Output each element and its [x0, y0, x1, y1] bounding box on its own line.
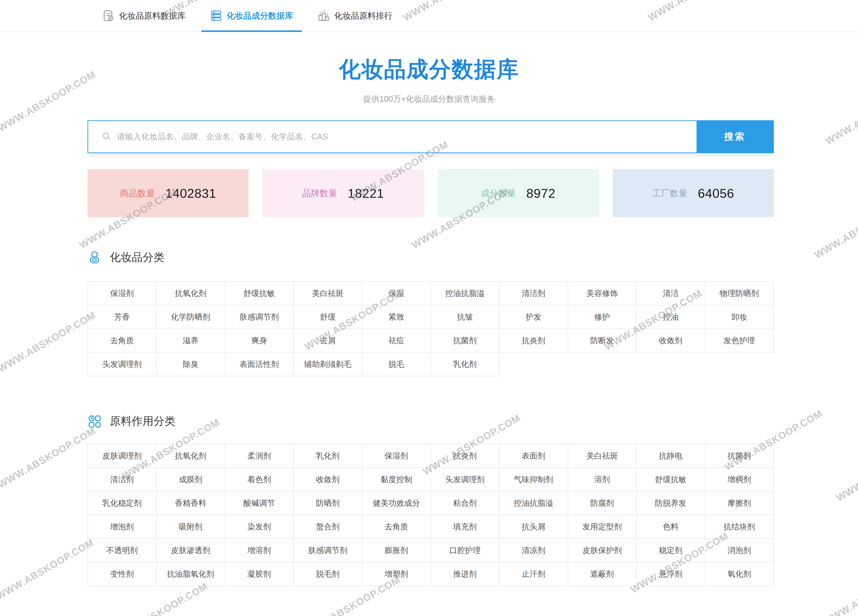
category-cell[interactable]: 控油 [637, 305, 705, 329]
category-cell[interactable]: 抗静电 [637, 444, 705, 468]
category-cell[interactable]: 抗油脂氧化剂 [157, 562, 225, 586]
category-cell[interactable]: 表面剂 [499, 444, 568, 468]
category-cell[interactable]: 遮蔽剂 [568, 562, 637, 586]
category-cell[interactable]: 保湿剂 [362, 444, 431, 468]
category-cell[interactable]: 防腐剂 [568, 492, 637, 515]
category-cell[interactable]: 止汗剂 [499, 562, 568, 586]
category-cell[interactable]: 保湿剂 [88, 282, 157, 305]
category-cell[interactable]: 抗皱 [431, 305, 500, 329]
category-cell[interactable]: 增稠剂 [705, 468, 774, 492]
category-cell[interactable]: 凝胶剂 [225, 562, 294, 586]
category-cell[interactable]: 防断发 [568, 329, 637, 353]
category-cell[interactable]: 美容修饰 [568, 282, 637, 305]
category-cell[interactable]: 乳化稳定剂 [88, 492, 157, 515]
category-cell[interactable]: 防晒剂 [294, 492, 362, 515]
category-cell[interactable]: 抗头屑 [499, 515, 568, 539]
category-cell[interactable]: 抗氧化剂 [157, 282, 225, 305]
category-cell[interactable]: 表面活性剂 [225, 353, 294, 376]
category-cell[interactable]: 乳化剂 [294, 444, 362, 468]
category-cell[interactable]: 芳香 [88, 305, 157, 329]
category-cell[interactable]: 去角质 [362, 515, 431, 539]
category-cell[interactable]: 溶剂 [568, 468, 637, 492]
tab-raw-material-database[interactable]: 化妆品原料数据库 [103, 0, 185, 31]
category-cell[interactable]: 皮肤保护剂 [568, 539, 637, 562]
category-cell[interactable]: 填充剂 [431, 515, 500, 539]
category-cell[interactable]: 收敛剂 [294, 468, 362, 492]
category-cell[interactable]: 消泡剂 [705, 539, 774, 562]
category-cell[interactable]: 清凉剂 [499, 539, 568, 562]
category-cell[interactable]: 辅助剃须剃毛 [294, 353, 362, 376]
category-cell[interactable]: 美白祛斑 [294, 282, 362, 305]
category-cell[interactable]: 增泡剂 [88, 515, 157, 539]
category-cell[interactable]: 防脱养发 [637, 492, 705, 515]
category-cell[interactable]: 紧致 [362, 305, 431, 329]
category-cell[interactable]: 健美功效成分 [362, 492, 431, 515]
category-cell[interactable]: 肤感调节剂 [294, 539, 362, 562]
category-cell[interactable]: 抗菌剂 [705, 444, 774, 468]
category-cell[interactable]: 成膜剂 [157, 468, 225, 492]
category-cell[interactable]: 酸碱调节 [225, 492, 294, 515]
category-cell[interactable]: 脱毛剂 [294, 562, 362, 586]
category-cell[interactable]: 悬浮剂 [637, 562, 705, 586]
category-cell[interactable]: 头发调理剂 [431, 468, 500, 492]
category-cell[interactable]: 粘合剂 [431, 492, 500, 515]
category-cell[interactable]: 美白祛斑 [568, 444, 637, 468]
category-cell[interactable]: 发色护理 [705, 329, 774, 353]
category-cell[interactable]: 抗炎剂 [499, 329, 568, 353]
category-cell[interactable]: 摩擦剂 [705, 492, 774, 515]
tab-raw-material-ranking[interactable]: 2 1 3 化妆品原料排行 [318, 0, 392, 31]
category-cell[interactable]: 收敛剂 [637, 329, 705, 353]
category-cell[interactable]: 膨胀剂 [362, 539, 431, 562]
category-cell[interactable]: 皮肤渗透剂 [157, 539, 225, 562]
category-cell[interactable]: 肤感调节剂 [225, 305, 294, 329]
category-cell[interactable]: 皮肤调理剂 [88, 444, 157, 468]
category-cell[interactable]: 修护 [568, 305, 637, 329]
category-cell[interactable]: 氧化剂 [705, 562, 774, 586]
category-cell[interactable]: 气味抑制剂 [499, 468, 568, 492]
category-cell[interactable]: 卸妆 [705, 305, 774, 329]
category-cell[interactable]: 染发剂 [225, 515, 294, 539]
category-cell[interactable]: 舒缓 [294, 305, 362, 329]
category-cell[interactable]: 抗菌剂 [431, 329, 500, 353]
category-cell[interactable]: 清洁 [637, 282, 705, 305]
category-cell[interactable]: 护发 [499, 305, 568, 329]
category-cell[interactable]: 保湿 [362, 282, 431, 305]
category-cell[interactable]: 抗氧化剂 [157, 444, 225, 468]
category-cell[interactable]: 香精香料 [157, 492, 225, 515]
category-cell[interactable]: 除臭 [157, 353, 225, 376]
search-input[interactable] [117, 132, 696, 141]
category-cell[interactable]: 黏度控制 [362, 468, 431, 492]
category-cell[interactable]: 口腔护理 [431, 539, 500, 562]
category-cell[interactable]: 柔润剂 [225, 444, 294, 468]
category-cell[interactable]: 舒缓抗敏 [225, 282, 294, 305]
search-button[interactable]: 搜索 [696, 121, 773, 152]
category-cell[interactable]: 控油抗脂溢 [499, 492, 568, 515]
category-cell[interactable]: 舒缓抗敏 [637, 468, 705, 492]
category-cell[interactable]: 滋养 [157, 329, 225, 353]
category-cell[interactable]: 清洁剂 [499, 282, 568, 305]
category-cell[interactable]: 着色剂 [225, 468, 294, 492]
category-cell[interactable]: 发用定型剂 [568, 515, 637, 539]
category-cell[interactable]: 增塑剂 [362, 562, 431, 586]
category-cell[interactable]: 化学防晒剂 [157, 305, 225, 329]
category-cell[interactable]: 螯合剂 [294, 515, 362, 539]
category-cell[interactable]: 爽身 [225, 329, 294, 353]
category-cell[interactable]: 稳定剂 [637, 539, 705, 562]
category-cell[interactable]: 抗结块剂 [705, 515, 774, 539]
category-cell[interactable]: 去角质 [88, 329, 157, 353]
category-cell[interactable]: 控油抗脂溢 [431, 282, 500, 305]
category-cell[interactable]: 色料 [637, 515, 705, 539]
category-cell[interactable]: 祛痘 [362, 329, 431, 353]
category-cell[interactable]: 乳化剂 [431, 353, 500, 376]
category-cell[interactable]: 脱毛 [362, 353, 431, 376]
category-cell[interactable]: 头发调理剂 [88, 353, 157, 376]
category-cell[interactable]: 清洁剂 [88, 468, 157, 492]
category-cell[interactable]: 去屑 [294, 329, 362, 353]
category-cell[interactable]: 推进剂 [431, 562, 500, 586]
tab-ingredient-database[interactable]: 化妆品成分数据库 [210, 0, 293, 31]
category-cell[interactable]: 增溶剂 [225, 539, 294, 562]
category-cell[interactable]: 抗炎剂 [431, 444, 500, 468]
category-cell[interactable]: 物理防晒剂 [705, 282, 774, 305]
category-cell[interactable]: 吸附剂 [157, 515, 225, 539]
category-cell[interactable]: 变性剂 [88, 562, 157, 586]
